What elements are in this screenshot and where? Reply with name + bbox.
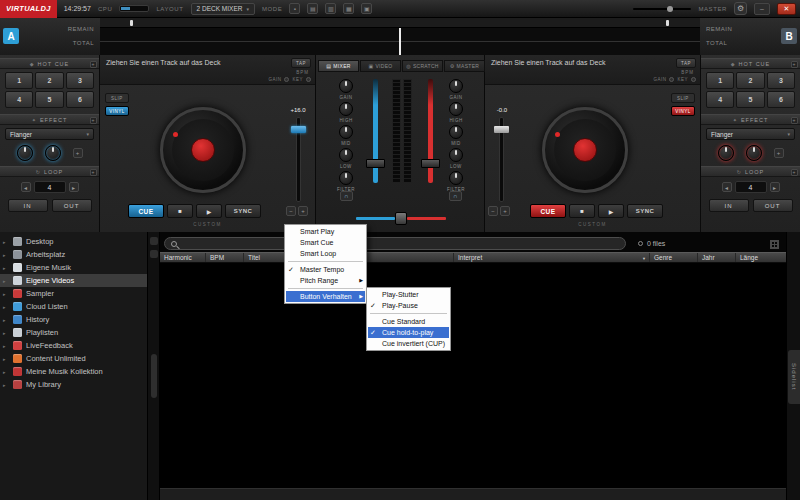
menu-item-button-verhalten[interactable]: Button Verhalten▶ bbox=[286, 291, 365, 302]
effect-knob-1[interactable] bbox=[17, 145, 33, 161]
loop-expand-button[interactable]: + bbox=[90, 169, 97, 176]
loop-in-button[interactable]: IN bbox=[8, 199, 48, 212]
expander-icon[interactable]: ▸ bbox=[3, 330, 9, 336]
sidebar-item-sampler[interactable]: ▸Sampler bbox=[0, 287, 147, 300]
sync-button[interactable]: SYNC bbox=[225, 204, 261, 218]
loop-in-button[interactable]: IN bbox=[709, 199, 749, 212]
search-view-icon[interactable] bbox=[150, 250, 158, 258]
sidebar-item-playlisten[interactable]: ▸Playlisten bbox=[0, 326, 147, 339]
minimize-button[interactable]: – bbox=[754, 3, 770, 15]
loop-half-button[interactable]: ◂ bbox=[21, 182, 31, 192]
filter-knob[interactable] bbox=[339, 171, 353, 185]
expander-icon[interactable]: ▸ bbox=[3, 317, 9, 323]
master-volume-knob[interactable] bbox=[667, 6, 673, 12]
loop-double-button[interactable]: ▸ bbox=[770, 182, 780, 192]
hotcue-pad-2[interactable]: 2 bbox=[736, 72, 764, 89]
gain-knob[interactable] bbox=[669, 77, 674, 82]
crossfader[interactable] bbox=[356, 212, 446, 225]
column-interpret[interactable]: Interpret▼ bbox=[454, 253, 650, 262]
pitch-bend-plus-button[interactable]: + bbox=[500, 206, 510, 216]
waveform-overview[interactable] bbox=[100, 18, 700, 28]
hotcue-pad-4[interactable]: 4 bbox=[5, 91, 33, 108]
expander-icon[interactable]: ▸ bbox=[3, 343, 9, 349]
slip-button[interactable]: SLIP bbox=[671, 93, 695, 103]
sidebar-item-cloud-listen[interactable]: ▸Cloud Listen bbox=[0, 300, 147, 313]
mid-eq-knob[interactable] bbox=[339, 125, 353, 139]
stop-button[interactable]: ■ bbox=[569, 204, 595, 218]
play-button[interactable]: ▶ bbox=[598, 204, 624, 218]
hotcue-pad-6[interactable]: 6 bbox=[767, 91, 795, 108]
pitch-slider-handle[interactable] bbox=[291, 126, 306, 133]
window-layout-button-4[interactable]: ▣ bbox=[361, 3, 372, 14]
menu-item-cue-hold-to-play[interactable]: ✓Cue hold-to-play bbox=[368, 327, 449, 338]
sidebar-item-desktop[interactable]: ▸Desktop bbox=[0, 235, 147, 248]
effect-expand-button[interactable]: + bbox=[90, 117, 97, 124]
effect-add-button[interactable]: + bbox=[774, 148, 784, 158]
hotcue-pad-5[interactable]: 5 bbox=[35, 91, 63, 108]
hotcue-pad-3[interactable]: 3 bbox=[767, 72, 795, 89]
effect-expand-button[interactable]: + bbox=[791, 117, 798, 124]
sync-button[interactable]: SYNC bbox=[627, 204, 663, 218]
high-eq-knob[interactable] bbox=[449, 102, 463, 116]
tab-scratch[interactable]: ◎SCRATCH bbox=[402, 60, 443, 72]
jog-wheel[interactable] bbox=[542, 107, 628, 193]
high-eq-knob[interactable] bbox=[339, 102, 353, 116]
menu-item-master-tempo[interactable]: ✓Master Tempo bbox=[286, 264, 365, 275]
tab-mixer[interactable]: ▤MIXER bbox=[318, 60, 359, 72]
custom-label[interactable]: CUSTOM bbox=[485, 222, 700, 227]
expander-icon[interactable]: ▸ bbox=[3, 265, 9, 271]
tab-master[interactable]: ⚙MASTER bbox=[444, 60, 485, 72]
hotcue-expand-button[interactable]: + bbox=[90, 61, 97, 68]
cue-button[interactable]: CUE bbox=[128, 204, 164, 218]
effect-knob-1[interactable] bbox=[718, 145, 734, 161]
settings-gear-icon[interactable]: ⚙ bbox=[734, 2, 747, 15]
jog-wheel[interactable] bbox=[160, 107, 246, 193]
grid-view-icon[interactable] bbox=[770, 240, 779, 249]
pitch-slider[interactable] bbox=[296, 117, 301, 202]
vinyl-button[interactable]: VINYL bbox=[105, 106, 129, 116]
pitch-bend-minus-button[interactable]: − bbox=[286, 206, 296, 216]
pitch-bend-plus-button[interactable]: + bbox=[298, 206, 308, 216]
close-button[interactable]: ✕ bbox=[777, 3, 796, 15]
loop-half-button[interactable]: ◂ bbox=[722, 182, 732, 192]
low-eq-knob[interactable] bbox=[449, 148, 463, 162]
window-layout-button-2[interactable]: ▥ bbox=[325, 3, 336, 14]
sidebar-item-my-library[interactable]: ▸My Library bbox=[0, 378, 147, 391]
hotcue-pad-1[interactable]: 1 bbox=[706, 72, 734, 89]
menu-item-play-stutter[interactable]: Play-Stutter bbox=[368, 289, 449, 300]
sidebar-item-arbeitsplatz[interactable]: ▸Arbeitsplatz bbox=[0, 248, 147, 261]
effect-knob-2[interactable] bbox=[45, 145, 61, 161]
sidebar-scrollbar-thumb[interactable] bbox=[151, 354, 157, 398]
gain-knob[interactable] bbox=[284, 77, 289, 82]
hotcue-pad-3[interactable]: 3 bbox=[66, 72, 94, 89]
expander-icon[interactable]: ▸ bbox=[3, 369, 9, 375]
menu-item-smart-cue[interactable]: Smart Cue bbox=[286, 237, 365, 248]
pitch-bend-minus-button[interactable]: − bbox=[488, 206, 498, 216]
expander-icon[interactable]: ▸ bbox=[3, 356, 9, 362]
slip-button[interactable]: SLIP bbox=[105, 93, 129, 103]
hotcue-pad-2[interactable]: 2 bbox=[35, 72, 63, 89]
key-knob[interactable] bbox=[306, 77, 311, 82]
sidebar-item-history[interactable]: ▸History bbox=[0, 313, 147, 326]
layout-select[interactable]: 2 DECK MIXER ▾ bbox=[191, 3, 255, 15]
low-eq-knob[interactable] bbox=[339, 148, 353, 162]
expander-icon[interactable]: ▸ bbox=[3, 382, 9, 388]
stop-button[interactable]: ■ bbox=[167, 204, 193, 218]
expander-icon[interactable]: ▸ bbox=[3, 252, 9, 258]
filter-knob[interactable] bbox=[449, 171, 463, 185]
hotcue-pad-5[interactable]: 5 bbox=[736, 91, 764, 108]
column-bpm[interactable]: BPM bbox=[206, 253, 244, 262]
folder-view-icon[interactable] bbox=[150, 237, 158, 245]
menu-item-cue-invertiert[interactable]: Cue invertiert (CUP) bbox=[368, 338, 449, 349]
vinyl-button[interactable]: VINYL bbox=[671, 106, 695, 116]
sidelist-tab[interactable]: Sidelist bbox=[788, 350, 800, 404]
column-jahr[interactable]: Jahr bbox=[698, 253, 736, 262]
effect-add-button[interactable]: + bbox=[73, 148, 83, 158]
hotcue-expand-button[interactable]: + bbox=[791, 61, 798, 68]
loop-double-button[interactable]: ▸ bbox=[69, 182, 79, 192]
jog-center-cap[interactable] bbox=[191, 138, 215, 162]
menu-item-smart-loop[interactable]: Smart Loop bbox=[286, 248, 365, 259]
menu-item-pitch-range[interactable]: Pitch Range▶ bbox=[286, 275, 365, 286]
tap-button[interactable]: TAP bbox=[676, 58, 696, 68]
effect-knob-2[interactable] bbox=[746, 145, 762, 161]
